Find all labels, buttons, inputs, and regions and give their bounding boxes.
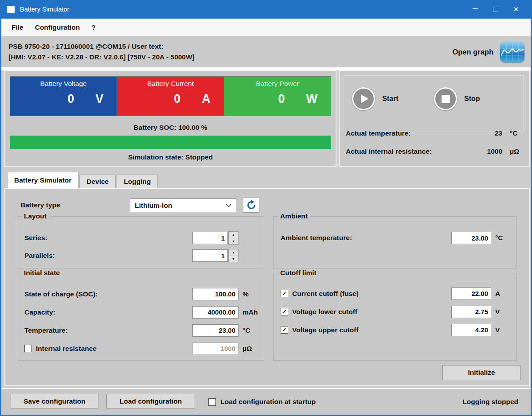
battery-type-label: Battery type bbox=[20, 201, 60, 209]
control-panel: Start Stop Actual temperature: 23 °C Act… bbox=[339, 70, 530, 167]
refresh-battery-type-button[interactable] bbox=[243, 198, 259, 213]
current-cutoff-checkbox[interactable]: ✓ bbox=[281, 290, 288, 297]
series-spin-up-icon[interactable]: ▲ bbox=[228, 231, 239, 238]
temperature-input[interactable] bbox=[192, 324, 239, 337]
save-configuration-button[interactable]: Save configuration bbox=[11, 394, 98, 408]
open-graph-button[interactable]: Open graph bbox=[452, 41, 524, 63]
actual-temperature-readout: Actual temperature: 23 °C bbox=[344, 128, 525, 138]
load-at-startup-checkbox[interactable] bbox=[208, 398, 216, 406]
footer-bar: Save configuration Load configuration Lo… bbox=[1, 388, 531, 415]
voltage-lower-cutoff-checkbox[interactable]: ✓ bbox=[281, 308, 288, 315]
soc-unit: % bbox=[239, 290, 258, 298]
parallels-input[interactable] bbox=[192, 249, 228, 262]
actual-resistance-label: Actual internal resistance: bbox=[346, 148, 476, 156]
voltage-upper-cutoff-label[interactable]: Voltage upper cutoff bbox=[292, 326, 451, 334]
maximize-button[interactable] bbox=[485, 0, 506, 19]
soc-progress-fill bbox=[10, 136, 331, 149]
soc-input[interactable] bbox=[192, 288, 239, 300]
graph-icon bbox=[500, 42, 524, 62]
stop-icon bbox=[434, 87, 457, 110]
parallels-spin-down-icon[interactable]: ▼ bbox=[228, 256, 239, 263]
current-cutoff-label[interactable]: Current cutoff (fuse) bbox=[292, 290, 451, 298]
capacity-row: Capacity: mAh bbox=[17, 303, 264, 321]
window-title: Battery Simulator bbox=[20, 6, 69, 13]
temperature-row: Temperature: °C bbox=[17, 321, 264, 339]
temperature-label: Temperature: bbox=[24, 327, 192, 334]
layout-group: Layout Series: ▲ ▼ Parallels: ▲ bbox=[17, 216, 264, 268]
menu-configuration[interactable]: Configuration bbox=[29, 23, 86, 31]
initial-state-group-title: Initial state bbox=[22, 269, 62, 277]
simulation-state-label: Simulation state: Stopped bbox=[5, 153, 336, 161]
internal-resistance-unit: µΩ bbox=[239, 345, 258, 353]
close-button[interactable]: ✕ bbox=[506, 0, 526, 19]
stop-button[interactable]: Stop bbox=[434, 87, 480, 110]
start-stop-box: Start Stop bbox=[344, 75, 524, 132]
play-icon bbox=[352, 87, 375, 110]
battery-power-value: 0 bbox=[278, 92, 285, 106]
menu-help[interactable]: ? bbox=[86, 23, 101, 31]
voltage-upper-cutoff-input[interactable] bbox=[451, 324, 491, 336]
chevron-down-icon bbox=[226, 204, 231, 207]
menu-file[interactable]: File bbox=[6, 23, 29, 31]
parallels-label: Parallels: bbox=[24, 252, 192, 260]
ambient-temperature-input[interactable] bbox=[451, 232, 491, 244]
capacity-label: Capacity: bbox=[24, 308, 192, 316]
soc-progress-bar bbox=[10, 136, 331, 149]
close-icon: ✕ bbox=[513, 5, 519, 13]
actual-resistance-unit: µΩ bbox=[502, 148, 523, 156]
checkmark-icon: ✓ bbox=[282, 327, 287, 333]
checkmark-icon: ✓ bbox=[282, 309, 287, 315]
internal-resistance-row: Internal resistance µΩ bbox=[17, 339, 264, 358]
measurement-tiles: Battery Voltage 0 V Battery Current 0 A … bbox=[10, 76, 331, 116]
start-button[interactable]: Start bbox=[352, 87, 398, 110]
battery-current-unit: A bbox=[202, 92, 211, 106]
series-input[interactable] bbox=[192, 232, 228, 244]
voltage-lower-cutoff-input[interactable] bbox=[451, 306, 491, 318]
voltage-upper-cutoff-unit: V bbox=[491, 326, 511, 334]
actual-temperature-unit: °C bbox=[502, 129, 523, 137]
app-window: Battery Simulator – ✕ File Configuration… bbox=[0, 0, 532, 416]
initialize-button[interactable]: Initialize bbox=[442, 365, 520, 380]
series-spinner: ▲ ▼ bbox=[228, 231, 239, 245]
logging-status-label: Logging stopped bbox=[462, 389, 518, 415]
ambient-temperature-row: Ambient temperature: °C bbox=[274, 229, 516, 247]
battery-current-value: 0 bbox=[174, 92, 180, 106]
current-cutoff-input[interactable] bbox=[451, 288, 491, 300]
load-configuration-button[interactable]: Load configuration bbox=[106, 394, 195, 408]
voltage-lower-cutoff-unit: V bbox=[491, 308, 511, 316]
device-infobar: PSB 9750-20 - 1711060001 @COM15 / User t… bbox=[1, 36, 531, 67]
parallels-spin-up-icon[interactable]: ▲ bbox=[228, 249, 239, 256]
ambient-temperature-unit: °C bbox=[491, 234, 511, 242]
tab-battery-simulator[interactable]: Battery Simulator bbox=[7, 172, 78, 188]
voltage-lower-cutoff-row: ✓ Voltage lower cutoff V bbox=[274, 303, 516, 321]
battery-power-unit: W bbox=[306, 92, 317, 106]
battery-type-dropdown[interactable]: Lithium-Ion bbox=[130, 198, 236, 212]
battery-simulator-tab-panel: Battery type Lithium-Ion Layout Series: … bbox=[4, 188, 530, 386]
cutoff-limit-group: Cutoff limit ✓ Current cutoff (fuse) A ✓… bbox=[273, 273, 517, 361]
voltage-upper-cutoff-checkbox[interactable]: ✓ bbox=[281, 326, 288, 334]
maximize-icon bbox=[493, 7, 498, 12]
battery-power-label: Battery Power bbox=[224, 80, 331, 88]
titlebar: Battery Simulator – ✕ bbox=[1, 0, 531, 19]
minimize-button[interactable]: – bbox=[465, 0, 485, 19]
internal-resistance-checkbox[interactable] bbox=[24, 345, 32, 352]
internal-resistance-label[interactable]: Internal resistance bbox=[36, 345, 192, 353]
actual-temperature-value: 23 bbox=[476, 129, 502, 137]
battery-voltage-value: 0 bbox=[67, 92, 74, 106]
tab-logging[interactable]: Logging bbox=[117, 175, 158, 188]
current-cutoff-unit: A bbox=[491, 290, 511, 298]
ambient-group: Ambient Ambient temperature: °C bbox=[273, 216, 517, 268]
minimize-icon: – bbox=[473, 3, 477, 13]
battery-soc-label: Battery SOC: 100.00 % bbox=[5, 124, 336, 132]
checkmark-icon: ✓ bbox=[282, 291, 287, 296]
voltage-lower-cutoff-label[interactable]: Voltage lower cutoff bbox=[292, 308, 451, 316]
capacity-input[interactable] bbox=[192, 306, 239, 319]
ambient-temperature-label: Ambient temperature: bbox=[281, 234, 451, 242]
parallels-spinner: ▲ ▼ bbox=[228, 249, 239, 262]
load-at-startup-label[interactable]: Load configuration at startup bbox=[220, 398, 316, 406]
load-at-startup-row: Load configuration at startup bbox=[208, 389, 316, 415]
voltage-upper-cutoff-row: ✓ Voltage upper cutoff V bbox=[274, 321, 516, 339]
menubar: File Configuration ? bbox=[1, 19, 531, 36]
tab-device[interactable]: Device bbox=[79, 175, 116, 188]
series-spin-down-icon[interactable]: ▼ bbox=[228, 238, 239, 245]
